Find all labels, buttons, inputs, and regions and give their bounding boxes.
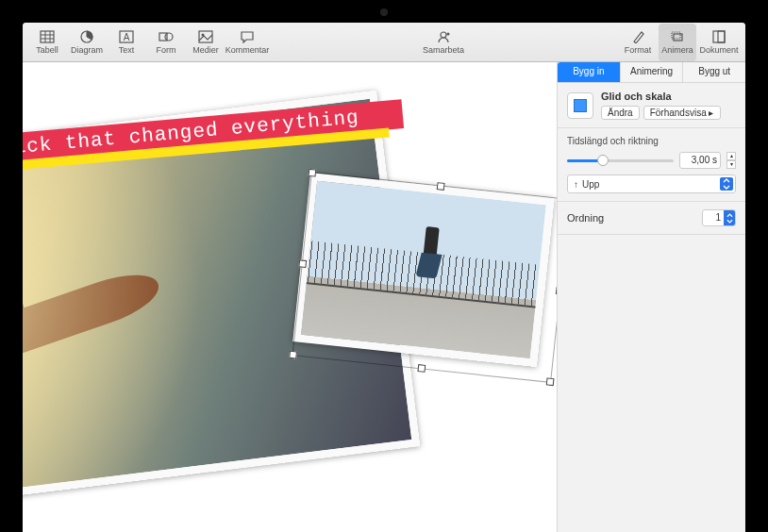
toolbar-media[interactable]: Medier — [187, 24, 225, 61]
toolbar-label: Medier — [192, 45, 219, 55]
svg-text:A: A — [124, 32, 130, 42]
toolbar-label: Format — [625, 45, 652, 55]
toolbar-format[interactable]: Format — [619, 24, 657, 61]
duration-stepper[interactable]: ▴▾ — [726, 152, 736, 169]
toolbar-label: Kommentar — [225, 45, 270, 55]
svg-rect-0 — [41, 31, 54, 42]
svg-rect-16 — [713, 31, 725, 42]
tab-action[interactable]: Animering — [621, 62, 684, 82]
duration-field[interactable]: 3,00 s — [679, 152, 721, 169]
toolbar-document[interactable]: Dokument — [698, 24, 740, 61]
animate-inspector: Bygg in Animering Bygg ut Glid och skala… — [557, 62, 745, 532]
order-label: Ordning — [567, 212, 604, 224]
direction-dropdown[interactable]: ↑ Upp — [567, 175, 736, 193]
svg-point-13 — [447, 32, 450, 35]
svg-rect-17 — [718, 31, 725, 42]
animation-name: Glid och skala — [601, 91, 736, 102]
toolbar-label: Tabell — [36, 45, 58, 55]
toolbar-chart[interactable]: Diagram — [68, 24, 106, 61]
duration-section-label: Tidslängd och riktning — [567, 136, 736, 146]
animate-icon — [670, 30, 685, 43]
comment-icon — [240, 30, 255, 43]
media-icon — [198, 30, 213, 43]
toolbar-shape[interactable]: Form — [147, 24, 185, 61]
toolbar-label: Form — [157, 45, 176, 55]
shape-icon — [159, 30, 174, 43]
document-icon — [711, 30, 726, 43]
order-field[interactable]: 1 — [702, 209, 736, 226]
format-icon — [630, 30, 645, 43]
toolbar-label: Animera — [661, 45, 693, 55]
slide-canvas[interactable]: e trick that changed everything — [23, 62, 557, 532]
toolbar-label: Diagram — [71, 45, 103, 55]
toolbar: Tabell Diagram A Text Form Medier Kommen… — [23, 23, 745, 62]
svg-rect-14 — [674, 34, 682, 41]
arrow-up-icon: ↑ — [574, 179, 578, 190]
svg-rect-15 — [672, 32, 680, 39]
toolbar-comment[interactable]: Kommentar — [226, 24, 268, 61]
text-icon: A — [119, 30, 134, 43]
toolbar-animate[interactable]: Animera — [659, 24, 696, 61]
toolbar-label: Dokument — [699, 45, 738, 55]
svg-point-9 — [165, 33, 173, 41]
inspector-tabs: Bygg in Animering Bygg ut — [558, 62, 745, 83]
preview-button[interactable]: Förhandsvisa ▸ — [643, 106, 721, 120]
chart-icon — [79, 30, 94, 43]
app-window: Tabell Diagram A Text Form Medier Kommen… — [23, 23, 745, 532]
toolbar-label: Samarbeta — [423, 45, 464, 55]
toolbar-collaborate[interactable]: Samarbeta — [423, 24, 464, 61]
toolbar-label: Text — [119, 45, 135, 55]
toolbar-text[interactable]: A Text — [108, 24, 145, 61]
change-animation-button[interactable]: Ändra — [601, 106, 640, 120]
collaborate-icon — [436, 30, 451, 43]
chevrons-icon — [720, 177, 733, 191]
table-icon — [40, 30, 55, 43]
laptop-camera — [380, 8, 388, 16]
svg-point-12 — [441, 32, 446, 38]
photo-small-selected[interactable] — [292, 173, 554, 367]
duration-slider[interactable] — [567, 153, 674, 168]
tab-build-out[interactable]: Bygg ut — [683, 62, 745, 82]
toolbar-table[interactable]: Tabell — [28, 24, 66, 61]
animation-thumbnail — [567, 92, 593, 119]
direction-value: Upp — [582, 179, 599, 190]
tab-build-in[interactable]: Bygg in — [558, 62, 621, 82]
chevrons-icon — [724, 210, 735, 225]
